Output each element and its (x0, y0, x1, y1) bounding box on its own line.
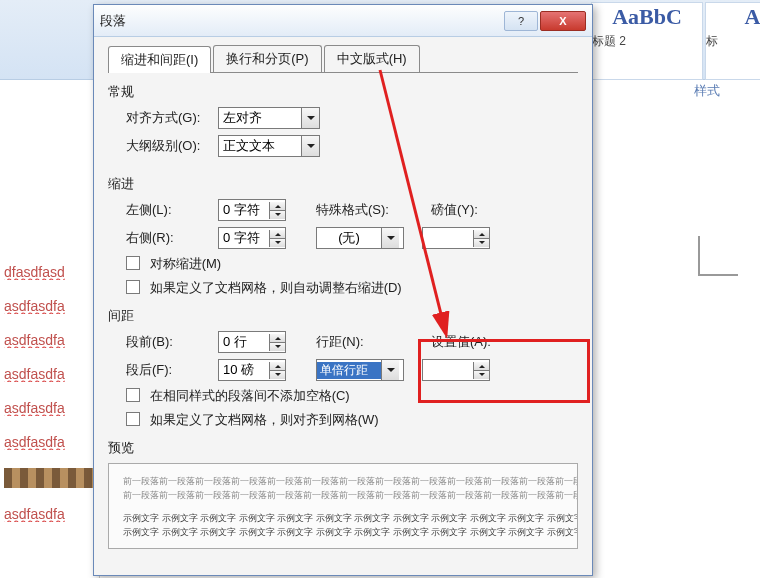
spin-up-icon[interactable] (270, 334, 285, 342)
chevron-down-icon[interactable] (301, 108, 319, 128)
chevron-down-icon[interactable] (381, 360, 399, 380)
help-button[interactable]: ? (504, 11, 538, 31)
space-after-label: 段后(F): (108, 361, 218, 379)
alignment-label: 对齐方式(G): (108, 109, 218, 127)
special-label: 特殊格式(S): (316, 201, 411, 219)
section-spacing: 间距 (108, 307, 578, 325)
style-label: 标题 2 (592, 29, 702, 54)
auto-adjust-right-checkbox[interactable] (126, 280, 140, 294)
indent-right-value[interactable] (219, 231, 269, 246)
document-area: dfasdfasd asdfasdfa asdfasdfa asdfasdfa … (0, 104, 100, 578)
spin-up-icon[interactable] (270, 362, 285, 370)
style-item[interactable]: AaBbC 标题 2 (591, 2, 703, 80)
space-before-label: 段前(B): (108, 333, 218, 351)
indent-right-spinner[interactable] (218, 227, 286, 249)
spin-up-icon[interactable] (270, 202, 285, 210)
preview-box: 前一段落前一段落前一段落前一段落前一段落前一段落前一段落前一段落前一段落前一段落… (108, 463, 578, 549)
mirror-indent-checkbox[interactable] (126, 256, 140, 270)
doc-text-line: asdfasdfa (0, 298, 99, 314)
line-spacing-value[interactable]: 单倍行距 (317, 362, 381, 379)
spin-up-icon[interactable] (474, 230, 489, 238)
tab-asian-typography[interactable]: 中文版式(H) (324, 45, 420, 72)
tab-indent-spacing[interactable]: 缩进和间距(I) (108, 46, 211, 73)
special-select[interactable] (316, 227, 404, 249)
alignment-value[interactable] (219, 111, 301, 126)
line-spacing-label: 行距(N): (316, 333, 411, 351)
space-before-spinner[interactable] (218, 331, 286, 353)
chevron-down-icon[interactable] (301, 136, 319, 156)
spin-down-icon[interactable] (270, 210, 285, 219)
doc-text-line: asdfasdfa (0, 434, 99, 450)
style-sample: AaBbC (592, 5, 702, 29)
close-button[interactable]: X (540, 11, 586, 31)
section-general: 常规 (108, 83, 578, 101)
page-corner-mark (698, 236, 738, 276)
style-item[interactable]: Aal 标 (705, 2, 760, 80)
dialog-titlebar[interactable]: 段落 ? X (94, 5, 592, 37)
special-value[interactable] (317, 231, 381, 246)
indent-left-label: 左侧(L): (108, 201, 218, 219)
spin-up-icon[interactable] (270, 230, 285, 238)
indent-left-spinner[interactable] (218, 199, 286, 221)
styles-group-label: 样式 (694, 82, 720, 100)
spin-down-icon[interactable] (270, 238, 285, 247)
doc-text-line: asdfasdfa (0, 366, 99, 382)
space-before-value[interactable] (219, 335, 269, 350)
preview-line: 前一段落前一段落前一段落前一段落前一段落前一段落前一段落前一段落前一段落前一段落… (123, 475, 563, 488)
indent-right-label: 右侧(R): (108, 229, 218, 247)
style-label: 标 (706, 29, 760, 54)
spin-down-icon[interactable] (270, 370, 285, 379)
outline-select[interactable] (218, 135, 320, 157)
mirror-indent-label: 对称缩进(M) (150, 256, 222, 271)
snap-to-grid-label: 如果定义了文档网格，则对齐到网格(W) (150, 412, 379, 427)
doc-text-line: asdfasdfa (0, 506, 99, 522)
spin-down-icon[interactable] (270, 342, 285, 351)
space-after-value[interactable] (219, 363, 269, 378)
style-sample: Aal (706, 5, 760, 29)
spin-down-icon[interactable] (474, 370, 489, 379)
indent-left-value[interactable] (219, 203, 269, 218)
outline-value[interactable] (219, 139, 301, 154)
chevron-down-icon[interactable] (381, 228, 399, 248)
doc-image-row (4, 468, 95, 488)
dialog-title: 段落 (100, 12, 502, 30)
at-label: 设置值(A): (431, 333, 526, 351)
line-spacing-select[interactable]: 单倍行距 (316, 359, 404, 381)
tab-strip: 缩进和间距(I) 换行和分页(P) 中文版式(H) (108, 45, 578, 73)
spin-down-icon[interactable] (474, 238, 489, 247)
snap-to-grid-checkbox[interactable] (126, 412, 140, 426)
at-value[interactable] (423, 363, 473, 378)
doc-text-line: dfasdfasd (0, 264, 99, 280)
by-value[interactable] (423, 231, 473, 246)
at-spinner[interactable] (422, 359, 490, 381)
by-spinner[interactable] (422, 227, 490, 249)
preview-line: 示例文字 示例文字 示例文字 示例文字 示例文字 示例文字 示例文字 示例文字 … (123, 526, 563, 539)
doc-text-line: asdfasdfa (0, 400, 99, 416)
doc-text-line: asdfasdfa (0, 332, 99, 348)
spin-up-icon[interactable] (474, 362, 489, 370)
space-after-spinner[interactable] (218, 359, 286, 381)
tab-line-page-breaks[interactable]: 换行和分页(P) (213, 45, 321, 72)
section-preview: 预览 (108, 439, 578, 457)
paragraph-dialog: 段落 ? X 缩进和间距(I) 换行和分页(P) 中文版式(H) 常规 对齐方式… (93, 4, 593, 576)
preview-line: 前一段落前一段落前一段落前一段落前一段落前一段落前一段落前一段落前一段落前一段落… (123, 489, 563, 502)
section-indent: 缩进 (108, 175, 578, 193)
by-label: 磅值(Y): (431, 201, 526, 219)
no-space-same-style-checkbox[interactable] (126, 388, 140, 402)
outline-label: 大纲级别(O): (108, 137, 218, 155)
no-space-same-style-label: 在相同样式的段落间不添加空格(C) (150, 388, 350, 403)
style-gallery: AaBbC 标题 2 Aal 标 (590, 0, 760, 80)
alignment-select[interactable] (218, 107, 320, 129)
preview-line: 示例文字 示例文字 示例文字 示例文字 示例文字 示例文字 示例文字 示例文字 … (123, 512, 563, 525)
auto-adjust-right-label: 如果定义了文档网格，则自动调整右缩进(D) (150, 280, 402, 295)
